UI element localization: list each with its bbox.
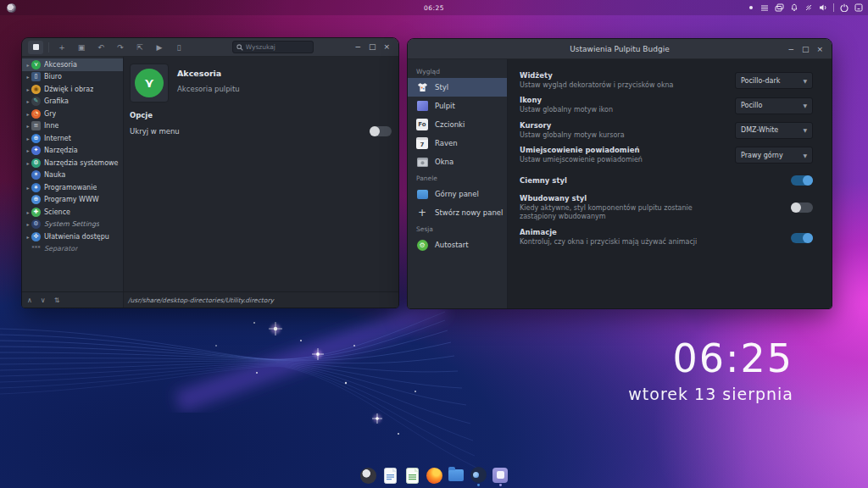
move-up-button[interactable]: ∧	[27, 297, 32, 304]
expander-icon[interactable]: ▸	[25, 136, 31, 141]
category-narzedzia-systemowe[interactable]: ▸ ⚙ Narzędzia systemowe	[22, 157, 123, 169]
tray-box-icon[interactable]	[854, 3, 863, 12]
category-narzedzia[interactable]: ▸ ✦ Narzędzia	[22, 145, 123, 158]
sidebar-item-autostart[interactable]: ⚙ Autostart	[408, 236, 507, 254]
category-label: Programy WWW	[44, 196, 99, 203]
dock-menu-editor[interactable]	[359, 467, 377, 486]
undo-button[interactable]: ↶	[93, 41, 108, 54]
sidebar-item-raven[interactable]: 7 Raven	[408, 134, 507, 152]
launcher-icon-button[interactable]: ⋎	[130, 64, 169, 103]
sidebar-item-styl[interactable]: Styl	[408, 78, 507, 97]
dock-libreoffice-calc[interactable]	[403, 467, 421, 486]
tray-separator	[833, 3, 834, 12]
delete-button[interactable]: ▯	[171, 41, 186, 54]
sidebar-item-nowy-panel[interactable]: + Stwórz nowy panel	[408, 203, 507, 222]
category-science[interactable]: ▸ ✚ Science	[22, 206, 123, 219]
category-gry[interactable]: ▸ ◔ Gry	[22, 108, 123, 120]
bell-icon[interactable]	[790, 3, 798, 12]
category-ulatwienia-dostepu[interactable]: ▸ ✣ Ułatwienia dostępu	[22, 230, 123, 243]
category-nauka[interactable]: ✶ Nauka	[22, 169, 123, 182]
dock-files[interactable]	[448, 467, 465, 486]
maximize-button[interactable]: □	[802, 46, 810, 53]
category-system-settings[interactable]: ▸ ⚙ System Settings	[22, 219, 123, 231]
minimize-button[interactable]: −	[354, 43, 361, 51]
execute-button[interactable]: ▶	[152, 41, 167, 54]
link-icon[interactable]	[804, 3, 813, 12]
close-button[interactable]: ×	[383, 43, 390, 51]
expander-icon[interactable]: ▸	[25, 123, 31, 129]
status-dot-icon[interactable]	[748, 4, 754, 11]
category-programowanie[interactable]: ▸ ∗ Programowanie	[22, 181, 123, 194]
settings-content: Widżety Ustaw wygląd dekoratorów i przyc…	[508, 59, 832, 308]
widgets-theme-dropdown[interactable]: Pocillo-dark ▼	[735, 72, 813, 89]
sidebar-item-gorny-panel[interactable]: Górny panel	[408, 185, 507, 203]
category-grafika[interactable]: ▸ ✎ Grafika	[22, 96, 123, 108]
expander-icon[interactable]: ▸	[25, 98, 31, 104]
dock-libreoffice-writer[interactable]	[381, 467, 399, 486]
section-panele: Panele	[408, 171, 507, 185]
running-indicator	[477, 484, 480, 486]
icon-theme-dropdown[interactable]: Pocillo ▼	[735, 97, 813, 114]
autostart-gear-icon: ⚙	[416, 239, 428, 251]
expander-icon[interactable]: ▸	[25, 74, 31, 80]
expander-icon[interactable]: ▸	[25, 234, 31, 240]
expander-icon[interactable]: ▸	[25, 185, 31, 191]
sidebar-item-label: Autostart	[435, 241, 469, 249]
dock-budgie-welcome[interactable]	[470, 467, 487, 486]
category-icon: ⊕	[31, 195, 41, 204]
move-down-button[interactable]: ∨	[41, 297, 46, 304]
restore-button[interactable]: ⇱	[132, 41, 147, 54]
cursor-theme-dropdown[interactable]: DMZ-White ▼	[735, 122, 813, 139]
category-akcesoria[interactable]: ▸ ⋎ Akcesoria	[22, 58, 123, 71]
expander-icon[interactable]: ▸	[25, 160, 31, 166]
animations-toggle[interactable]	[791, 233, 813, 243]
sidebar-item-pulpit[interactable]: Pulpit	[408, 97, 507, 115]
search-box[interactable]	[232, 41, 314, 53]
panel-clock[interactable]: 06:25	[0, 4, 868, 12]
sidebar-item-label: Stwórz nowy panel	[435, 208, 503, 217]
minimize-button[interactable]: −	[787, 46, 794, 53]
system-tray	[748, 0, 863, 15]
toolbar-separator	[48, 42, 49, 53]
dark-style-toggle[interactable]	[791, 175, 813, 186]
category-separator[interactable]: *** Separator	[22, 243, 123, 256]
windows-icon[interactable]	[775, 3, 784, 12]
category-programy-www[interactable]: ⊕ Programy WWW	[22, 194, 123, 207]
expander-icon[interactable]: ▸	[25, 86, 31, 92]
category-inne[interactable]: ▸ ≡ Inne	[22, 120, 123, 133]
sidebar-item-czcionki[interactable]: Fo Czcionki	[408, 115, 507, 134]
category-biuro[interactable]: ▸ ▯ Biuro	[22, 71, 123, 84]
category-sidebar: ▸ ⋎ Akcesoria ▸ ▯ Biuro ▸ ◉ Dźwięk i obr…	[22, 57, 124, 291]
category-dzwiek-i-obraz[interactable]: ▸ ◉ Dźwięk i obraz	[22, 83, 123, 96]
save-button[interactable]: ▣	[74, 41, 89, 54]
expander-icon[interactable]: ▸	[25, 209, 31, 215]
hide-in-menu-toggle[interactable]	[370, 126, 392, 136]
dock-firefox[interactable]	[426, 467, 443, 486]
menu-icon[interactable]	[760, 4, 769, 12]
category-label: System Settings	[44, 220, 99, 228]
settings-titlebar[interactable]: Ustawienia Pulpitu Budgie − □ ×	[408, 39, 832, 59]
category-internet[interactable]: ▸ ⊕ Internet	[22, 132, 123, 145]
sidebar-item-okna[interactable]: Okna	[408, 152, 507, 171]
add-launcher-button[interactable]: +	[54, 41, 70, 54]
builtin-style-toggle[interactable]	[791, 202, 813, 213]
setting-title: Kursory	[520, 121, 625, 130]
expander-icon[interactable]: ▸	[25, 111, 31, 117]
menu-editor-titlebar[interactable]: + ▣ ↶ ↷ ⇱ ▶ ▯ − □ ×	[22, 38, 398, 57]
setting-title: Widżety	[520, 71, 674, 80]
expander-icon[interactable]: ▸	[25, 62, 31, 68]
power-icon[interactable]	[840, 3, 849, 12]
redo-button[interactable]: ↷	[113, 41, 128, 54]
sort-button[interactable]: ⇅	[54, 297, 60, 304]
speaker-icon[interactable]	[819, 3, 827, 12]
maximize-button[interactable]: □	[369, 43, 376, 51]
settings-sidebar: Wygląd Styl Pulpit Fo Czcionki	[408, 59, 508, 308]
setting-title: Wbudowany styl	[520, 194, 719, 202]
notification-position-dropdown[interactable]: Prawy górny ▼	[735, 147, 813, 164]
search-input[interactable]	[246, 43, 305, 51]
close-button[interactable]: ×	[816, 46, 823, 53]
expander-icon[interactable]: ▸	[25, 147, 31, 153]
dock-software-center[interactable]	[492, 467, 509, 486]
expander-icon[interactable]: ▸	[25, 221, 31, 227]
app-icon-button[interactable]	[28, 41, 43, 54]
